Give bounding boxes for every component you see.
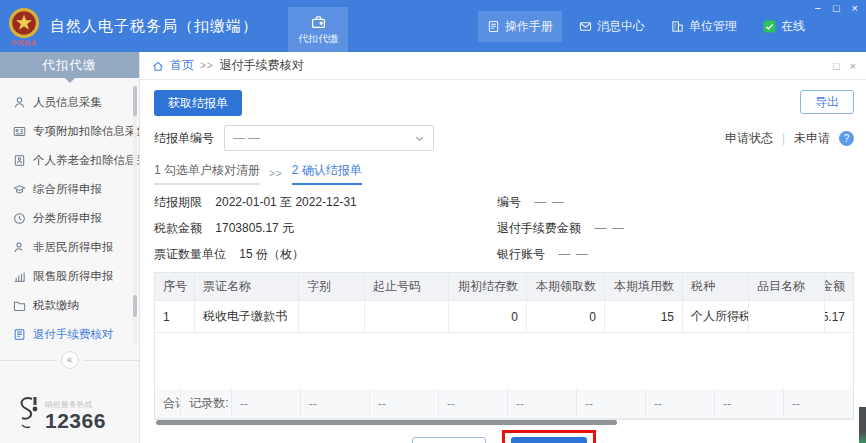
- info-qty-label: 票证数量单位: [154, 247, 226, 261]
- sidebar-item-refund-fee-check[interactable]: 退付手续费核对: [0, 320, 139, 349]
- sidebar-item-comprehensive-income[interactable]: 综合所得申报: [0, 175, 139, 204]
- footer-dash: --: [715, 389, 784, 418]
- briefcase-icon: [311, 15, 326, 30]
- panel-close-icon[interactable]: ×: [850, 60, 856, 72]
- tab-withholding-label: 代扣代缴: [298, 32, 338, 46]
- sidebar-header: 代扣代缴: [0, 52, 139, 78]
- graduation-cap-icon: [13, 183, 26, 196]
- info-number-label: 编号: [497, 195, 521, 209]
- breadcrumb-home[interactable]: 首页: [170, 57, 194, 74]
- sidebar-item-personnel-info[interactable]: 人员信息采集: [0, 88, 139, 117]
- info-refund-fee: 退付手续费金额 — —: [497, 220, 854, 237]
- panel-controls: □ ×: [833, 60, 856, 72]
- toolbar: 获取结报单 导出: [154, 90, 854, 116]
- tab-step1-select-checklist[interactable]: 1 勾选单户核对清册: [154, 162, 260, 185]
- nav-online-status[interactable]: 在线: [754, 11, 814, 42]
- hotline-figure-icon: [16, 395, 42, 431]
- sidebar-item-nonresident-income[interactable]: 非居民所得申报: [0, 233, 139, 262]
- info-bank-account: 银行账号 — —: [497, 246, 854, 263]
- cell-amount: 1703805.17: [825, 301, 853, 332]
- restore-icon[interactable]: □: [833, 1, 840, 15]
- document-icon: [487, 20, 500, 33]
- status-value: 未申请: [794, 130, 830, 147]
- col-header: 字别: [299, 273, 365, 300]
- nav-unit-management[interactable]: 单位管理: [662, 11, 746, 42]
- steps-separator: >>: [269, 168, 283, 185]
- online-check-icon: [763, 20, 776, 33]
- get-settlement-report-button[interactable]: 获取结报单: [154, 90, 242, 116]
- minimize-icon[interactable]: −: [814, 1, 820, 15]
- close-icon[interactable]: ×: [852, 1, 858, 15]
- footer-total-label: 合计: [155, 389, 181, 418]
- panel-restore-icon[interactable]: □: [833, 60, 840, 72]
- main-panel: 首页 >> 退付手续费核对 □ × 获取结报单 导出 结报单编号 — —: [140, 52, 866, 443]
- cell-received: 0: [527, 301, 605, 332]
- col-header: 品目名称: [749, 273, 825, 300]
- horizontal-scrollbar-thumb[interactable]: [156, 420, 617, 425]
- sidebar-menu: 人员信息采集 专项附加扣除信息采集 个人养老金扣除信息采集: [0, 78, 139, 349]
- sidebar-item-tax-payment[interactable]: 税款缴纳: [0, 291, 139, 320]
- previous-step-button[interactable]: 上一步: [412, 437, 486, 443]
- folder-icon: [13, 299, 26, 312]
- col-header: 金额: [825, 273, 853, 300]
- nav-unit-management-label: 单位管理: [689, 18, 737, 35]
- col-header: 税种: [683, 273, 749, 300]
- tab-withholding[interactable]: 代扣代缴: [288, 7, 348, 52]
- cell-used: 15: [605, 301, 683, 332]
- person-icon: [13, 241, 26, 254]
- col-header: 本期领取数: [527, 273, 605, 300]
- footer-dash: --: [577, 389, 646, 418]
- col-header: 起止号码: [365, 273, 449, 300]
- table-footer-row: 合计 记录数: 1 -- -- -- -- -- -- -- -- --: [155, 389, 853, 419]
- info-qty-value: 15 份（枚）: [239, 247, 304, 261]
- home-icon: [152, 60, 164, 72]
- sidebar-item-restricted-stock[interactable]: 限售股所得申报: [0, 262, 139, 291]
- sidebar-scrollbar-thumb[interactable]: [133, 86, 137, 116]
- nav-operation-manual[interactable]: 操作手册: [478, 11, 562, 42]
- footer-dash: --: [784, 389, 853, 418]
- window-controls: − □ ×: [814, 1, 858, 15]
- report-number-select[interactable]: — —: [224, 125, 434, 151]
- apply-refund-button[interactable]: 申请退库: [511, 437, 587, 443]
- sidebar-scrollbar[interactable]: [133, 86, 137, 345]
- footer-dash: --: [508, 389, 577, 418]
- sidebar-item-special-deduction[interactable]: 专项附加扣除信息采集: [0, 117, 139, 146]
- sidebar-item-label: 非居民所得申报: [33, 240, 114, 255]
- breadcrumb-current: 退付手续费核对: [220, 57, 304, 74]
- app-window: − □ × 中国税务 自然人电子税务局（扣缴端） 代扣代缴: [0, 0, 866, 443]
- sidebar-item-classified-income[interactable]: 分类所得申报: [0, 204, 139, 233]
- nav-message-center[interactable]: 消息中心: [570, 11, 654, 42]
- mail-icon: [579, 20, 592, 33]
- footer-dash: --: [439, 389, 508, 418]
- content-area: 获取结报单 导出 结报单编号 — — 申请状态 | 未申请: [140, 80, 866, 443]
- header-nav: 操作手册 消息中心 单位管理: [478, 11, 814, 42]
- sidebar: 代扣代缴 人员信息采集 专项附加扣除信息采集: [0, 52, 140, 443]
- footer-dash: --: [301, 389, 370, 418]
- cell-char-type: [299, 301, 365, 332]
- sidebar-item-label: 退付手续费核对: [33, 327, 114, 342]
- breadcrumb: 首页 >> 退付手续费核对 □ ×: [140, 52, 866, 80]
- status-label: 申请状态: [725, 130, 773, 147]
- sidebar-scrollbar-thumb[interactable]: [133, 295, 137, 317]
- report-info: 结报期限 2022-01-01 至 2022-12-31 编号 — — 税款金额…: [154, 194, 854, 263]
- chevron-down-icon: [414, 133, 425, 144]
- app-title: 自然人电子税务局（扣缴端）: [50, 17, 258, 36]
- horizontal-scrollbar[interactable]: [154, 419, 854, 420]
- info-fee-value: — —: [594, 221, 624, 235]
- table-row[interactable]: 1 税收电子缴款书 0 0 15 个人所得税 1703805.17: [155, 301, 853, 333]
- export-button[interactable]: 导出: [800, 90, 854, 114]
- info-period: 结报期限 2022-01-01 至 2022-12-31: [154, 194, 497, 211]
- collapse-sidebar-button[interactable]: «: [61, 351, 79, 369]
- sidebar-item-pension-deduction[interactable]: 个人养老金扣除信息采集: [0, 146, 139, 175]
- sidebar-item-label: 人员信息采集: [33, 95, 102, 110]
- table-empty-area: [155, 333, 853, 389]
- footer-dash: --: [232, 389, 301, 418]
- info-number: 编号 — —: [497, 194, 854, 211]
- step-tabs: 1 勾选单户核对清册 >> 2 确认结报单: [154, 162, 854, 185]
- info-ticket-qty: 票证数量单位 15 份（枚）: [154, 246, 497, 263]
- help-icon[interactable]: ?: [839, 131, 854, 146]
- sidebar-item-label: 个人养老金扣除信息采集: [33, 153, 139, 168]
- cell-number-range: [365, 301, 449, 332]
- sidebar-item-label: 专项附加扣除信息采集: [33, 124, 139, 139]
- tab-step2-confirm-report[interactable]: 2 确认结报单: [292, 162, 362, 185]
